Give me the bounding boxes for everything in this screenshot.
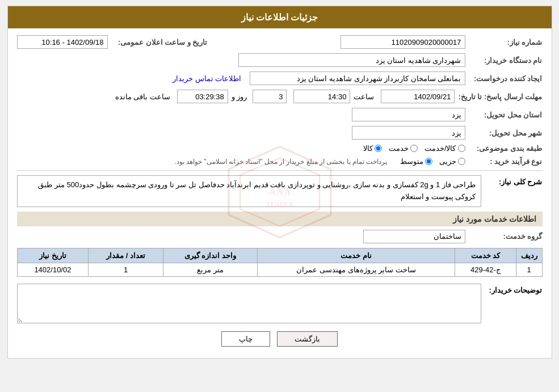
- page-title: جزئیات اطلاعات نیاز: [241, 12, 318, 22]
- sharh-label: شرح کلی نیاز:: [486, 175, 543, 186]
- grohe-khadamat-label: گروه خدمت:: [469, 232, 543, 241]
- tarikh-elan-input: [17, 35, 108, 49]
- tosifat-label: توضیحات خریدار:: [486, 284, 543, 294]
- page-header: جزئیات اطلاعات نیاز: [8, 6, 552, 28]
- row-noe-farayand: نوع فرآیند خرید : جزیی متوسط پرداخت تمام…: [17, 157, 543, 166]
- radio-khadamat-label: خدمت: [389, 144, 409, 153]
- row-ijad-konande: ایجاد کننده درخواست: اطلاعات تماس خریدار: [17, 71, 543, 85]
- shahr-input: [352, 126, 465, 140]
- saat-input: [293, 90, 350, 103]
- row-tabaqe-bandi: طبقه بندی موضوعی: کالا/خدمت خدمت کالا: [17, 144, 543, 153]
- radio-khadamat: خدمت: [389, 144, 418, 153]
- row-nam-dastgah: نام دستگاه خریدار:: [17, 53, 543, 67]
- shahr-label: شهر محل تحویل:: [469, 129, 543, 137]
- ostan-input: [352, 108, 465, 121]
- col-nam-khadamat: نام خدمت: [257, 248, 455, 263]
- roz-label: روز و: [232, 92, 247, 101]
- radio-motevaset: متوسط: [400, 157, 432, 166]
- radio-jazii-input[interactable]: [458, 158, 465, 165]
- col-radif: ردیف: [516, 248, 542, 263]
- ostan-label: استان محل تحویل:: [469, 111, 543, 119]
- tosifat-textarea[interactable]: [17, 284, 481, 323]
- radio-kala-label: کالا: [363, 144, 373, 153]
- radio-kala-khadamat-label: کالا/خدمت: [424, 144, 456, 153]
- tarikh-ersal-input: [381, 90, 455, 103]
- grohe-khadamat-input: [363, 230, 465, 243]
- tabaqe-radio-group: کالا/خدمت خدمت کالا: [363, 144, 465, 153]
- roz-input: [253, 90, 287, 103]
- footer-buttons: بازگشت چاپ: [17, 331, 543, 347]
- row-shomare-niaz: شماره نیاز: تاریخ و ساعت اعلان عمومی:: [17, 35, 543, 49]
- baghi-mande-label: ساعت باقی مانده: [115, 92, 170, 101]
- sharh-value: طراحی فاز 1 و 2g کفسازی و بدنه سازی ،روش…: [17, 175, 481, 207]
- radio-motevaset-input[interactable]: [425, 158, 432, 165]
- radio-jazii: جزیی: [439, 157, 465, 166]
- content-area: ANA TENDER شماره نیاز: تاریخ و ساعت اعلا…: [8, 28, 552, 358]
- khadamat-section-title: اطلاعات خدمات مورد نیاز: [17, 212, 543, 226]
- tosifat-section: توضیحات خریدار:: [17, 284, 543, 323]
- radio-motevaset-label: متوسط: [400, 157, 423, 166]
- saat-label: ساعت: [354, 92, 374, 101]
- back-button[interactable]: بازگشت: [277, 331, 338, 347]
- noe-farayand-label: نوع فرآیند خرید :: [469, 157, 543, 166]
- ijad-konande-label: ایجاد کننده درخواست:: [469, 74, 543, 83]
- tarikh-elan-label: تاریخ و ساعت اعلان عمومی:: [111, 38, 208, 47]
- radio-kala-input[interactable]: [375, 145, 382, 152]
- print-button[interactable]: چاپ: [221, 331, 270, 347]
- nam-dastgah-input: [238, 53, 465, 67]
- sharh-section: شرح کلی نیاز: طراحی فاز 1 و 2g کفسازی و …: [17, 175, 543, 207]
- row-grohe-khadamat: گروه خدمت:: [17, 230, 543, 243]
- col-tedad: تعداد / مقدار: [89, 248, 163, 263]
- radio-khadamat-input[interactable]: [410, 145, 418, 152]
- col-tarikh-niaz: تاریخ نیاز: [17, 248, 89, 263]
- radio-jazii-label: جزیی: [439, 157, 456, 166]
- page-container: جزئیات اطلاعات نیاز ANA TENDER شماره نیا…: [7, 6, 552, 359]
- farayand-notice: پرداخت تمام یا بخشی از مبلغ خریدار از مح…: [174, 158, 387, 166]
- table-row: 1ج-42-429ساخت سایر پروژه‌های مهندسی عمرا…: [17, 263, 542, 276]
- ettelaat-tamas-link[interactable]: اطلاعات تماس خریدار: [173, 74, 241, 83]
- services-table: ردیف کد خدمت نام خدمت واحد اندازه گیری ت…: [17, 248, 543, 277]
- row-mohlat: مهلت ارسال پاسخ: تا تاریخ: ساعت روز و سا…: [17, 90, 543, 103]
- radio-kala-khadamat: کالا/خدمت: [424, 144, 465, 153]
- shomare-niaz-input: [341, 35, 465, 49]
- ijad-konande-input: [250, 71, 465, 85]
- row-ostan: استان محل تحویل:: [17, 108, 543, 121]
- shomare-niaz-label: شماره نیاز:: [469, 38, 543, 47]
- divider-1: [17, 170, 543, 171]
- tabaqe-bandi-label: طبقه بندی موضوعی:: [469, 144, 543, 153]
- col-vahed: واحد اندازه گیری: [163, 248, 257, 263]
- nam-dastgah-label: نام دستگاه خریدار:: [469, 56, 543, 65]
- col-kod-khadamat: کد خدمت: [455, 248, 516, 263]
- radio-kala-khadamat-input[interactable]: [458, 145, 465, 152]
- radio-kala: کالا: [363, 144, 382, 153]
- baghi-mande-input: [177, 90, 228, 103]
- row-shahr: شهر محل تحویل:: [17, 126, 543, 140]
- mohlat-label: مهلت ارسال پاسخ: تا تاریخ:: [458, 92, 542, 101]
- farayand-radio-group: جزیی متوسط: [400, 157, 465, 166]
